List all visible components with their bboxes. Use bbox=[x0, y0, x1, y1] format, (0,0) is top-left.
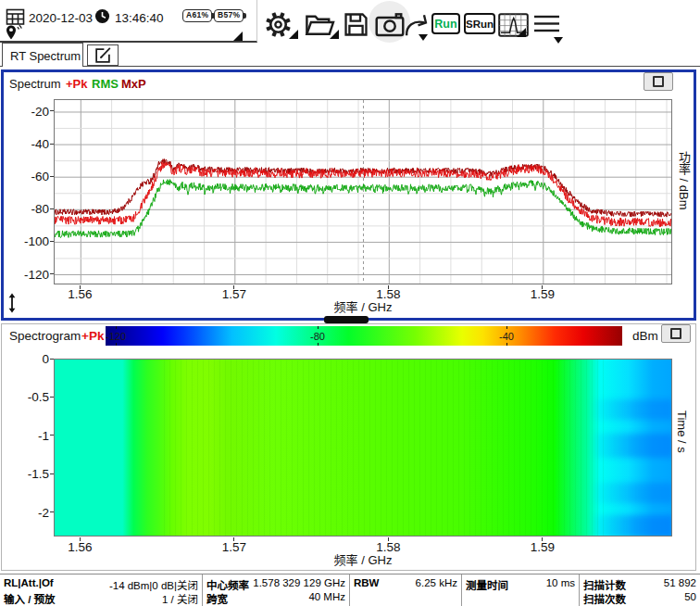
status-value: 50 bbox=[684, 591, 696, 602]
open-file-dropdown-icon[interactable] bbox=[330, 30, 339, 39]
spectrogram-ytick-label: -1.5 bbox=[28, 467, 49, 481]
spectrogram-xtick bbox=[80, 537, 81, 541]
spectrum-ytick-label: -60 bbox=[31, 170, 49, 183]
colorbar-tick bbox=[116, 343, 117, 346]
spectrum-ytick-label: -120 bbox=[24, 267, 49, 281]
spectrum-ytick bbox=[50, 208, 54, 209]
maximize-icon bbox=[653, 76, 664, 87]
calendar-icon bbox=[6, 6, 25, 26]
spectrogram-ytick-label: -2 bbox=[38, 505, 49, 519]
spectrogram-blue-band bbox=[590, 483, 672, 503]
status-value: 40 MHz bbox=[308, 591, 345, 602]
tab-edit[interactable] bbox=[87, 44, 119, 66]
spectrogram-xtick bbox=[388, 537, 389, 541]
screenshot-button[interactable] bbox=[374, 9, 406, 40]
date-text: 2020-12-03 bbox=[29, 11, 93, 25]
status-label: 测量时间 bbox=[466, 577, 508, 592]
spectrogram-blue-band bbox=[590, 434, 672, 458]
spectrum-xtick-label: 1.56 bbox=[68, 287, 92, 301]
spectrum-ytick-label: -80 bbox=[31, 202, 49, 216]
spectrogram-ytick-label: -1 bbox=[38, 428, 49, 442]
spectrogram-xtick-label: 1.57 bbox=[222, 540, 246, 554]
panel-splitter[interactable] bbox=[324, 316, 369, 323]
legend-pk[interactable]: +Pk bbox=[66, 77, 88, 91]
spectrogram-blue-band bbox=[590, 515, 672, 537]
spectrum-xtick bbox=[233, 285, 234, 289]
spectrum-ytick-label: -40 bbox=[31, 137, 49, 151]
spectrogram-ytick bbox=[50, 435, 54, 436]
spectrogram-title: Spectrogram bbox=[9, 329, 81, 343]
spectrum-ytick bbox=[50, 176, 54, 177]
spectrum-maximize-button[interactable] bbox=[644, 72, 673, 91]
spectrogram-stripes bbox=[164, 360, 604, 536]
gps-icon bbox=[5, 24, 24, 42]
time-text: 13:46:40 bbox=[115, 11, 164, 25]
spectrogram-blue-band bbox=[590, 399, 672, 420]
status-value: 6.25 kHz bbox=[416, 577, 457, 588]
spectrogram-xtick-label: 1.59 bbox=[531, 540, 555, 554]
colorbar-label: -120 bbox=[106, 331, 126, 342]
spectrogram-maximize-button[interactable] bbox=[661, 324, 691, 343]
single-run-button[interactable]: SRun bbox=[464, 13, 495, 34]
tab-rt-spectrum[interactable]: RT Spectrum bbox=[2, 43, 83, 67]
run-button-label: Run bbox=[434, 18, 456, 31]
preset-dropdown-icon[interactable] bbox=[419, 34, 428, 41]
spectrogram-ytick bbox=[50, 511, 54, 512]
save-button[interactable] bbox=[342, 9, 370, 40]
spectrogram-yaxis-title: Time / s bbox=[675, 410, 689, 453]
status-label: RL|Att.|Of bbox=[4, 577, 54, 588]
maximize-icon bbox=[670, 328, 681, 339]
legend-rms[interactable]: RMS bbox=[92, 77, 119, 91]
colorbar bbox=[106, 326, 622, 346]
spectrogram-ytick bbox=[50, 397, 54, 398]
colorbar-tick bbox=[506, 326, 507, 329]
spectrogram-trace-label[interactable]: +Pk bbox=[81, 329, 104, 343]
menu-button[interactable] bbox=[533, 14, 560, 34]
colorbar-tick bbox=[506, 343, 507, 346]
run-button[interactable]: Run bbox=[431, 13, 460, 34]
status-cell-1: 中心频率1.578 329 129 GHz跨宽40 MHz bbox=[202, 574, 349, 606]
status-value: 51 892 bbox=[664, 577, 696, 588]
colorbar-tick bbox=[318, 326, 319, 329]
tabbar-line bbox=[0, 66, 700, 67]
status-value: 1.578 329 129 GHz bbox=[253, 577, 345, 588]
spectrum-ytick bbox=[50, 144, 54, 145]
spectrum-xtick-label: 1.57 bbox=[222, 287, 246, 301]
settings-dropdown-icon[interactable] bbox=[289, 30, 298, 39]
spectrum-xaxis-title: 频率 / GHz bbox=[334, 297, 393, 315]
spectrum-ytick bbox=[50, 110, 54, 111]
spectrogram-ytick-label: 0 bbox=[42, 352, 49, 366]
spectrum-xtick-label: 1.59 bbox=[531, 287, 555, 301]
status-cell-0: RL|Att.|Of-14 dBm|0 dB|关闭输入 / 预放1 / 关闭 bbox=[0, 574, 202, 606]
colorbar-label: -40 bbox=[499, 331, 514, 342]
status-box-expand-icon[interactable] bbox=[233, 32, 243, 41]
status-label: 中心频率 bbox=[206, 577, 249, 592]
spectrum-ytick bbox=[50, 241, 54, 242]
edit-icon bbox=[93, 45, 113, 66]
legend-mxp[interactable]: MxP bbox=[121, 77, 146, 91]
status-box: 2020-12-03 13:46:40 A61% B57% bbox=[0, 0, 257, 43]
spectrum-ytick bbox=[50, 273, 54, 274]
spectrum-yaxis-title: 功率 / dBm bbox=[675, 151, 693, 210]
spectrogram-ytick bbox=[50, 473, 54, 474]
toolbar: 2020-12-03 13:46:40 A61% B57% Run SRun bbox=[0, 0, 700, 43]
spectrogram-xaxis-title: 频率 / GHz bbox=[334, 550, 393, 568]
spectrum-ytick-label: -100 bbox=[24, 234, 49, 248]
display-config-dropdown-icon[interactable] bbox=[517, 28, 526, 37]
status-value: 10 ms bbox=[546, 577, 575, 588]
status-cell-3: 测量时间10 ms bbox=[461, 574, 579, 606]
spectrogram-ytick-label: -0.5 bbox=[28, 390, 49, 404]
spectrum-ytick-label: -20 bbox=[31, 104, 49, 118]
resize-vertical-icon[interactable] bbox=[6, 293, 19, 313]
spectrogram-xtick-label: 1.56 bbox=[68, 540, 92, 554]
colorbar-label: -80 bbox=[310, 331, 325, 342]
menu-dropdown-icon[interactable] bbox=[554, 37, 563, 44]
status-cell-2: RBW6.25 kHz bbox=[349, 574, 461, 606]
clock-icon bbox=[94, 8, 110, 24]
status-value: -14 dBm|0 dB|关闭 bbox=[109, 577, 198, 592]
spectrum-plot[interactable] bbox=[54, 99, 672, 284]
spectrogram-plot[interactable] bbox=[54, 359, 672, 537]
status-value: 1 / 关闭 bbox=[162, 591, 198, 606]
colorbar-tick bbox=[116, 326, 117, 329]
battery-a-badge: A61% bbox=[182, 9, 212, 22]
